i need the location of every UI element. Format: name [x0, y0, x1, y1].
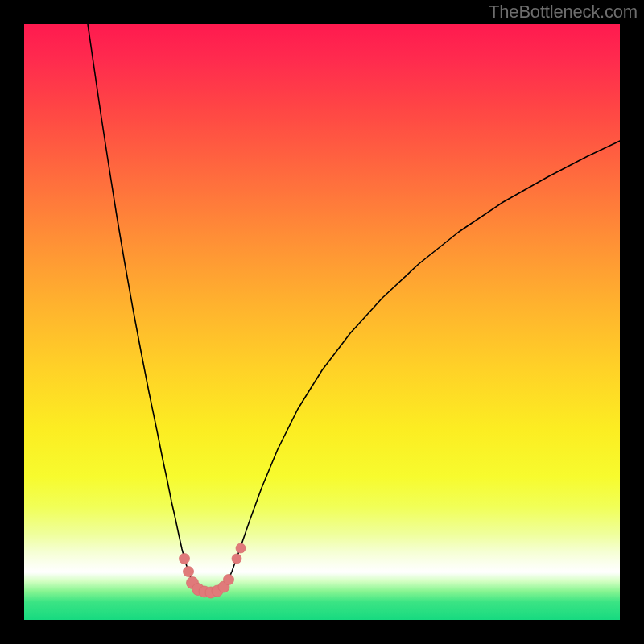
marker-dot — [224, 575, 234, 585]
plot-area — [24, 24, 620, 620]
marker-dot — [236, 543, 246, 553]
bottleneck-curve — [88, 24, 620, 592]
chart-frame: TheBottleneck.com — [0, 0, 644, 644]
curve-svg — [24, 24, 620, 620]
marker-group — [180, 543, 246, 598]
marker-dot — [232, 554, 242, 564]
watermark-text: TheBottleneck.com — [489, 2, 638, 23]
marker-dot — [184, 567, 194, 577]
marker-dot — [180, 554, 190, 564]
